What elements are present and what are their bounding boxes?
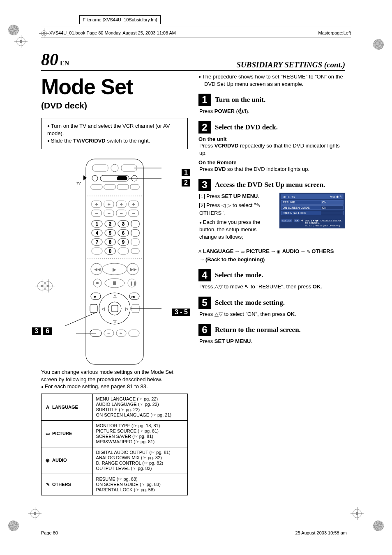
step-3-num: 3 [198,179,211,191]
callout-2: 2 [182,179,190,187]
filename-box: Filename [XVS44U_10Subsidiary.fm] [79,15,161,24]
step-5-title: Select the mode setting. [215,299,285,307]
menu-flow: A LANGUAGE→▭ PICTURE→◉ AUDIO→✎ OTHERS→(B… [198,247,345,263]
step-4-title: Select the mode. [215,271,263,279]
svg-text:7: 7 [96,240,98,244]
book-line: XVS44U_01.book Page 80 Monday, August 25… [41,30,367,36]
svg-text:4: 4 [96,231,98,235]
svg-text:−: − [108,211,110,216]
remote-illustration: TV + + + + − − − − [41,157,188,367]
intro-paragraph: The procedure shows how to set "RESUME" … [198,73,345,88]
step-2-header: 2 Select the DVD deck. [198,121,345,134]
footer-right: 25 August 2003 10:58 am [295,530,347,535]
step-6-num: 6 [198,324,211,336]
svg-text:⏮: ⏮ [93,295,97,299]
svg-text:+: + [132,202,135,207]
svg-text:+: + [120,202,122,207]
step-3-header: 3 Access the DVD Set Up menu screen. [198,179,345,191]
step-6-title: Return to the normal screen. [215,326,301,334]
step-1-num: 1 [198,94,211,106]
prep-item-2: Slide the TV/VCR/DVD switch to the right… [47,137,182,145]
step-2-sub2-body: Press DVD so that the DVD indicator ligh… [199,166,345,173]
table-row: ✎OTHERSRESUME (☞ pg. 83)ON SCREEN GUIDE … [42,474,188,495]
svg-text:5: 5 [109,231,111,235]
callout-3-6: 3 6 [32,327,52,335]
svg-text:+: + [120,331,122,336]
page-number: 80EN [41,50,69,69]
svg-text:▽: ▽ [113,319,117,324]
svg-text:0: 0 [109,249,111,253]
svg-text:−: − [95,211,98,216]
osd-preview: OTHERSA ▭ ◉ ✎ RESUMEONON SCREEN GUIDEONP… [279,193,345,228]
svg-text:+: + [108,202,110,207]
svg-text:3: 3 [122,222,125,226]
crop-target-br [353,509,362,518]
svg-rect-5 [117,176,127,180]
step-5-header: 5 Select the mode setting. [198,297,345,309]
svg-text:1: 1 [96,222,98,226]
preparation-box: Turn on the TV and select the VCR channe… [41,118,188,150]
svg-point-63 [96,282,99,284]
svg-text:◀◀: ◀◀ [94,267,101,272]
svg-text:+: + [95,202,98,207]
step-2-num: 2 [198,121,211,134]
svg-text:◁: ◁ [101,306,105,311]
step-2-sub2-heading: On the Remote [198,159,345,166]
svg-text:−: − [132,211,135,216]
crop-mark-tr [16,37,25,46]
step-1-title: Turn on the unit. [215,96,265,104]
remote-caption: You can change various mode settings on … [41,368,188,390]
table-row: ◉AUDIODIGITAL AUDIO OUTPUT (☞ pg. 81)ANA… [42,447,188,474]
osd-header: OTHERS [283,196,295,198]
callout-3-5: 3 - 5 [172,309,190,316]
step-1-header: 1 Turn on the unit. [198,94,345,106]
section-heading: SUBSIDIARY SETTINGS (cont.) [237,60,345,69]
step-4-body: Press △▽ to move ↖ to "RESUME", then pre… [199,283,345,290]
svg-text:⏭: ⏭ [131,295,135,299]
masterpage-label: Masterpage:Left [318,30,351,36]
svg-text:2: 2 [109,222,111,226]
crop-rosette-tr [373,39,384,50]
settings-table: ALANGUAGEMENU LANGUAGE (☞ pg. 22)AUDIO L… [41,394,188,495]
crop-mark-tl [8,25,19,35]
step-5-num: 5 [198,297,211,309]
svg-text:−: − [107,331,110,336]
osd-header-icons: A ▭ ◉ ✎ [330,195,342,198]
step-2-sub1-heading: On the unit [198,136,345,142]
step-5-body: Press △▽ to select "ON", then press OK. [199,311,345,318]
svg-rect-65 [113,281,116,285]
callout-1: 1 [182,169,190,176]
step-4-num: 4 [198,269,211,281]
osd-hint: SELECT OK ✥ USE ▲▼◀▶ TO SELECT, USE OK T… [281,219,344,227]
step-3-title: Access the DVD Set Up menu screen. [215,181,325,189]
svg-text:8: 8 [109,240,111,244]
step-2-sub1-body: Press VCR/DVD repeatedly so that the DVD… [199,142,345,157]
svg-text:❚❚: ❚❚ [130,281,136,286]
book-line-text: XVS44U_01.book Page 80 Monday, August 25… [49,30,176,35]
step-2-title: Select the DVD deck. [215,123,278,131]
svg-rect-0 [86,159,143,364]
osd-row: RESUMEON [281,200,344,205]
osd-row: ON SCREEN GUIDEON [281,205,344,210]
svg-text:9: 9 [122,240,125,244]
step-1-body: Press POWER (⏻/I). [199,108,345,115]
svg-text:−: − [120,211,122,216]
svg-text:▶▶: ▶▶ [130,267,137,272]
crop-mark-br [373,520,384,531]
page-footer: Page 80 25 August 2003 10:58 am [41,530,347,535]
page-subtitle: (DVD deck) [41,101,188,111]
table-row: ▭PICTUREMONITOR TYPE (☞ pg. 18, 81)PICTU… [42,420,188,447]
svg-text:▷: ▷ [125,306,129,311]
crop-target-bl [30,509,39,518]
svg-text:▶: ▶ [113,267,117,272]
osd-row: PARENTAL LOCK [281,211,344,215]
svg-text:6: 6 [122,231,125,235]
table-row: ALANGUAGEMENU LANGUAGE (☞ pg. 22)AUDIO L… [42,394,188,420]
prep-item-1: Turn on the TV and select the VCR channe… [47,122,182,137]
svg-text:△: △ [113,293,117,298]
footer-left: Page 80 [41,530,58,535]
page-title: Mode Set [41,76,188,98]
tv-label: TV [76,181,81,185]
step-4-header: 4 Select the mode. [198,269,345,281]
remote-svg: TV + + + + − − − − [49,157,180,367]
